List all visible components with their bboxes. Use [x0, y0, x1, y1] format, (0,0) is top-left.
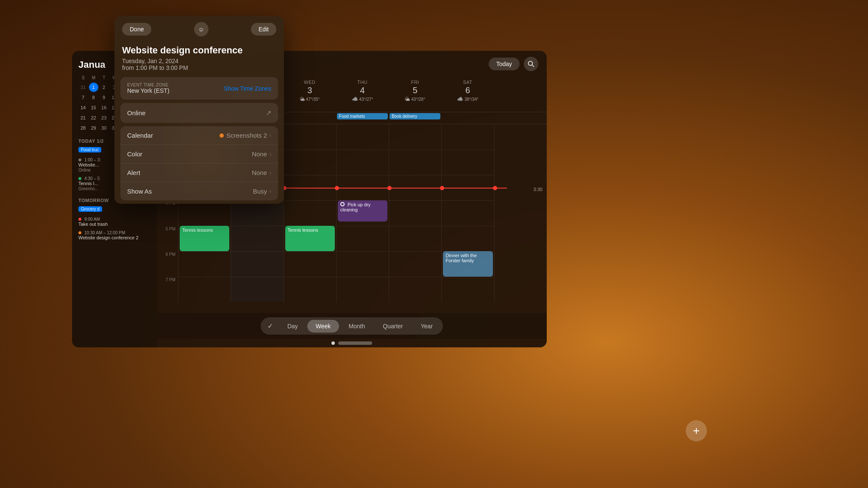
popup-timezone-action[interactable]: Show Time Zones: [224, 85, 271, 92]
calendar-color-dot: [220, 133, 224, 138]
dot-gray-icon: [78, 158, 81, 161]
mini-cal-day[interactable]: 15: [89, 103, 98, 112]
sidebar-event-tag-grocery: Grocery d: [78, 206, 102, 212]
popup-done-button[interactable]: Done: [122, 23, 151, 36]
all-day-fri: Book delivery: [389, 112, 441, 124]
day-column-sat: Dinner with the Forster family: [441, 124, 494, 302]
view-switcher: ✓ Day Week Month Quarter Year: [261, 317, 443, 335]
week-day-num-3: 3: [285, 86, 334, 95]
all-day-sat: [441, 112, 494, 124]
weather-temp-wed: 47°/35°: [306, 97, 320, 102]
mini-cal-day[interactable]: 2: [99, 83, 108, 92]
event-title-drycleaning: Pick up dry cleaning: [340, 202, 370, 212]
popup-color-label: Color: [127, 150, 142, 158]
mini-cal-day[interactable]: 14: [78, 103, 88, 112]
check-icon: ✓: [262, 319, 278, 333]
popup-alert-row[interactable]: Alert None ›: [120, 164, 278, 182]
mini-cal-day[interactable]: 9: [99, 93, 108, 102]
popup-edit-button[interactable]: Edit: [251, 23, 276, 36]
view-btn-day[interactable]: Day: [279, 320, 306, 333]
sidebar-event-time: 1:00 – 3:: [84, 158, 101, 162]
week-day-num-4: 4: [338, 86, 387, 95]
popup-calendar-row[interactable]: Calendar Screenshots 2 ›: [120, 126, 278, 145]
mini-cal-day-today[interactable]: 1: [89, 83, 98, 92]
mini-cal-mon: M: [89, 75, 99, 80]
week-day-header-wed: WED 3 🌥 47°/35°: [284, 77, 336, 110]
popup-toolbar: Done ☺ Edit: [114, 16, 284, 42]
all-day-extra: [494, 112, 547, 124]
mini-cal-day[interactable]: 22: [89, 113, 98, 122]
sidebar-event-time2: 4:30 – 5: [84, 176, 100, 181]
mini-cal-day[interactable]: 21: [78, 113, 88, 122]
mini-cal-day[interactable]: 23: [99, 113, 108, 122]
event-drycleaning[interactable]: Pick up dry cleaning: [338, 200, 387, 222]
popup-calendar-label: Calendar: [127, 132, 153, 139]
popup-alert-label: Alert: [127, 169, 140, 176]
event-dinner[interactable]: Dinner with the Forster family: [443, 251, 492, 277]
view-btn-week[interactable]: Week: [307, 320, 339, 333]
view-btn-year[interactable]: Year: [412, 320, 441, 333]
popup-alert-value: None: [252, 169, 267, 176]
mini-cal-day[interactable]: 29: [89, 123, 98, 133]
hour-line: [178, 251, 231, 252]
popup-emoji-button[interactable]: ☺: [194, 22, 209, 36]
week-day-header-fri: FRI 5 🌥 43°/28°: [389, 77, 441, 110]
event-title-tennis-mon: Tennis lessons: [182, 227, 213, 233]
mini-cal-day[interactable]: 31: [78, 83, 88, 92]
mini-cal-day[interactable]: 16: [99, 103, 108, 112]
hour-line: [231, 251, 283, 252]
mini-cal-day[interactable]: 28: [78, 123, 88, 133]
sidebar-conf2-time: 10:30 AM – 12:00 PM: [84, 230, 125, 235]
weather-icon-fri: 🌥: [405, 96, 410, 102]
current-time-indicator-sat: [442, 188, 494, 189]
hour-line: [337, 175, 389, 175]
all-day-event-bookdelivery[interactable]: Book delivery: [389, 113, 440, 119]
mini-cal-day[interactable]: 30: [99, 123, 108, 133]
hour-line: [389, 277, 441, 277]
hour-line: [442, 226, 494, 226]
dot-red-icon: [78, 218, 81, 221]
sidebar-event-sub: Online: [78, 168, 91, 172]
hour-line: [442, 175, 494, 175]
event-tennis-mon[interactable]: Tennis lessons: [180, 226, 229, 251]
dots-indicator: [157, 339, 547, 347]
hour-line: [178, 277, 231, 277]
popup-calendar-value: Screenshots 2: [226, 132, 267, 139]
hour-line: [389, 226, 441, 226]
sidebar-event-webconf2: 10:30 AM – 12:00 PM Website design confe…: [78, 229, 150, 241]
hour-line: [442, 200, 494, 201]
mini-cal-day[interactable]: 8: [89, 93, 98, 102]
weather-thu: ☁️ 43°/27°: [338, 96, 387, 102]
sidebar-trash-time: 9:00 AM: [84, 217, 100, 222]
dot-green-icon: [78, 177, 81, 180]
current-time-indicator-extra: [495, 188, 507, 189]
hour-line: [231, 226, 283, 226]
mini-cal-day[interactable]: 7: [78, 93, 88, 102]
week-day-name-sat: SAT: [443, 80, 492, 85]
week-day-num-6: 6: [443, 86, 492, 95]
add-event-button[interactable]: +: [686, 420, 707, 441]
view-btn-quarter[interactable]: Quarter: [374, 320, 411, 333]
bottom-bar: ✓ Day Week Month Quarter Year: [157, 313, 547, 339]
chevron-right-icon-4: ›: [270, 189, 271, 194]
event-title-tennis-wed: Tennis lessons: [288, 227, 318, 233]
plus-icon: +: [693, 424, 700, 438]
hour-line: [337, 226, 389, 226]
current-time-indicator-thu: [337, 188, 389, 189]
popup-location-arrow: ↗: [266, 109, 271, 117]
dot-orange-icon: [78, 231, 81, 234]
popup-time: from 1:00 PM to 3:00 PM: [122, 64, 188, 71]
sidebar-event-title: Website...: [78, 162, 99, 167]
popup-color-row[interactable]: Color None ›: [120, 145, 278, 164]
weather-temp-fri: 43°/28°: [411, 97, 425, 102]
today-button[interactable]: Today: [489, 58, 520, 70]
event-tennis-wed[interactable]: Tennis lessons: [285, 226, 335, 251]
all-day-event-foodmarkets[interactable]: Food markets: [337, 113, 388, 119]
popup-date: Tuesday, Jan 2, 2024: [122, 58, 178, 64]
weather-temp-thu: 43°/27°: [359, 97, 373, 102]
search-button[interactable]: [524, 57, 538, 71]
popup-timezone-label: EVENT TIME ZONE: [127, 83, 170, 87]
view-btn-month[interactable]: Month: [340, 320, 373, 333]
popup-showas-row[interactable]: Show As Busy ›: [120, 182, 278, 200]
popup-location-row[interactable]: Online ↗: [120, 103, 278, 123]
